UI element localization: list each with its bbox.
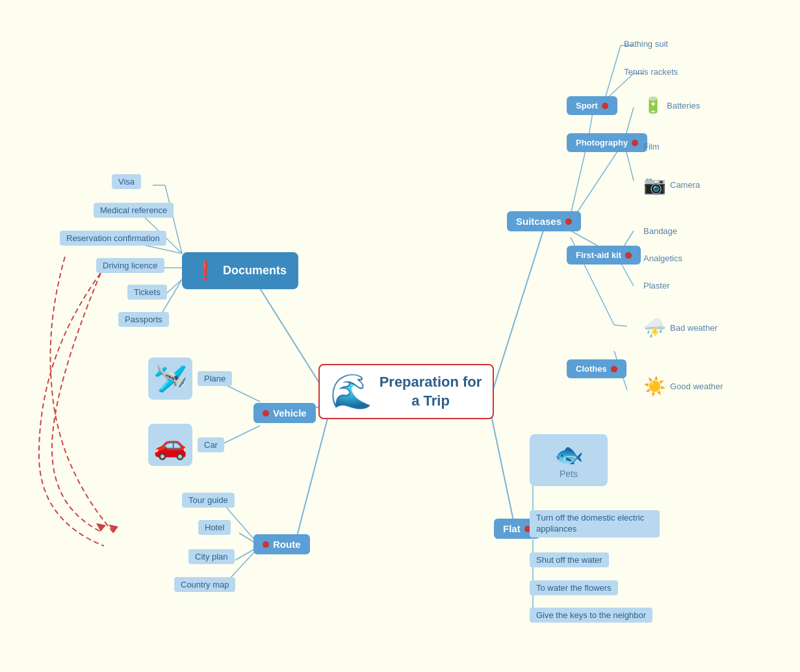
firstaid-dot [625,252,632,259]
suitcases-label: Suitcases [516,216,561,227]
firstaid-label: First-aid kit [576,250,621,260]
svg-marker-44 [96,523,106,532]
svg-line-3 [491,222,546,397]
photography-dot [632,140,638,146]
firstaid-node: First-aid kit [567,246,641,265]
hotel-label: Hotel [205,523,224,532]
wave-icon: 🌊 [330,372,372,411]
visa-label: Visa [118,177,135,187]
svg-line-2 [294,416,328,546]
flat-label: Flat [503,523,521,534]
reservation-node: Reservation confirmation [60,231,166,246]
car-label: Car [198,437,224,452]
give-keys-node: Give the keys to the neighbor [530,608,652,623]
main-title: Preparation for a Trip [379,373,482,410]
suitcases-dot [565,218,572,225]
pets-node: 🐟 Pets [530,434,608,486]
fish-icon: 🐟 [554,441,584,469]
documents-node: ❗ Documents [182,252,298,289]
plane-label: Plane [198,371,232,386]
sport-node: Sport [567,96,617,115]
sport-label: Sport [576,101,598,110]
main-node: 🌊 Preparation for a Trip [318,364,494,419]
svg-line-37 [614,325,627,326]
hotel-node: Hotel [198,520,231,535]
plane-icon: 🛩️ [153,363,187,394]
electric-appliances-label: Turn off the domestic electric appliance… [536,513,644,534]
tennis-rackets-label: Tennis rackets [624,67,678,77]
medical-ref-node: Medical reference [94,203,174,218]
medical-ref-label: Medical reference [100,205,167,215]
tickets-node: Tickets [127,285,167,300]
tour-guide-label: Tour guide [188,495,228,505]
electric-appliances-node: Turn off the domestic electric appliance… [530,510,660,537]
batteries-label: Batteries [667,101,700,110]
good-weather-node: ☀️ Good weather [643,376,723,397]
vehicle-label: Vehicle [273,407,307,419]
batteries-node: 🔋 Batteries [643,96,700,114]
analgetics-label: Analgetics [643,253,682,263]
photography-label: Photography [576,138,628,148]
svg-line-5 [165,185,182,253]
camera-node: 📷 Camera [643,174,700,196]
vehicle-node: Vehicle [253,403,316,423]
reservation-label: Reservation confirmation [66,233,160,243]
tour-guide-node: Tour guide [182,493,235,508]
route-node: Route [253,534,310,554]
clothes-label: Clothes [576,364,607,374]
car-node: 🚗 Car [148,424,224,466]
water-flowers-node: To water the flowers [530,580,618,595]
country-map-label: Country map [181,580,229,589]
vehicle-dot [263,410,269,417]
sport-dot [602,103,608,109]
svg-marker-45 [109,524,118,533]
film-label: Film [643,142,660,151]
good-weather-icon: ☀️ [643,376,666,397]
passports-label: Passports [125,315,162,324]
give-keys-label: Give the keys to the neighbor [536,610,646,620]
batteries-icon: 🔋 [643,96,663,114]
pets-label: Pets [560,469,578,479]
camera-icon: 📷 [643,174,666,196]
driving-licence-node: Driving licence [96,258,164,273]
country-map-node: Country map [174,577,235,592]
route-dot [263,541,269,548]
suitcases-node: Suitcases [507,211,581,231]
plane-node: 🛩️ Plane [148,357,232,400]
passports-node: Passports [118,312,169,327]
driving-licence-label: Driving licence [103,261,158,270]
clothes-dot [611,366,617,372]
route-label: Route [273,539,301,550]
svg-line-24 [604,45,621,101]
svg-line-28 [571,142,624,222]
plaster-label: Plaster [643,281,669,291]
bad-weather-icon: ⛈️ [643,317,666,339]
bandage-label: Bandage [643,226,677,236]
visa-node: Visa [112,174,141,189]
good-weather-label: Good weather [670,381,723,391]
tickets-label: Tickets [134,287,161,297]
clothes-node: Clothes [567,359,626,378]
exclamation-icon: ❗ [194,260,216,281]
camera-label: Camera [670,180,700,190]
documents-label: Documents [223,264,287,278]
city-plan-label: City plan [195,552,228,562]
car-icon: 🚗 [153,429,187,461]
shut-water-node: Shut off the water [530,552,609,567]
svg-line-4 [491,413,515,530]
city-plan-node: City plan [188,549,235,564]
photography-node: Photography [567,133,647,152]
water-flowers-label: To water the flowers [536,583,612,593]
bathing-suit-label: Bathing suit [624,39,668,49]
bad-weather-label: Bad weather [670,323,717,333]
shut-water-label: Shut off the water [536,555,602,565]
bad-weather-node: ⛈️ Bad weather [643,317,717,339]
